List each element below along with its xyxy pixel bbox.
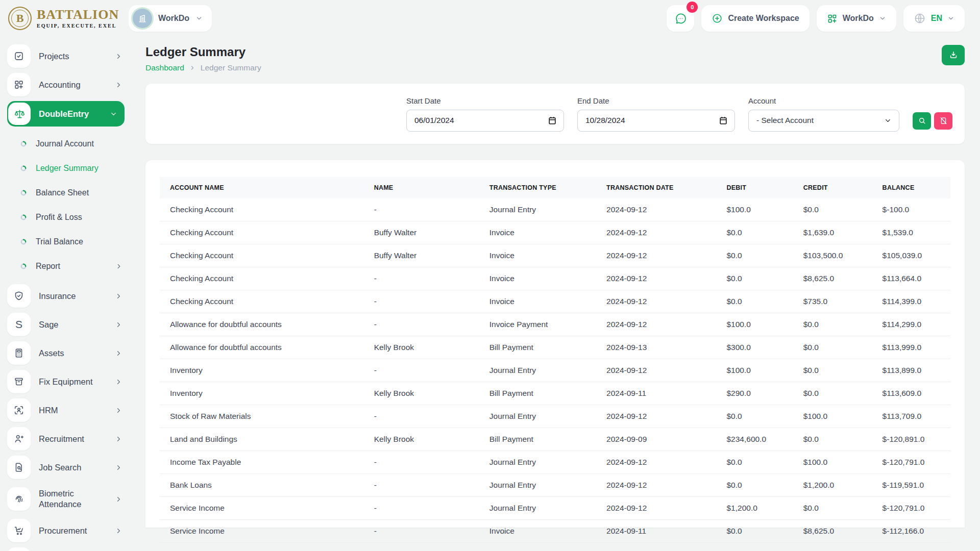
chevron-right-icon: [115, 53, 122, 60]
sidebar-item-biometric-attendance[interactable]: Biometric Attendance: [7, 484, 125, 514]
table-cell: $113,609.0: [872, 382, 950, 405]
end-date-group: End Date: [577, 96, 735, 132]
shield-check-icon: [7, 284, 31, 308]
table-cell: $0.0: [716, 221, 793, 244]
table-cell: $1,200.0: [793, 474, 872, 497]
workdo-menu-button[interactable]: WorkDo: [817, 5, 896, 32]
submenu-item-label: Balance Sheet: [36, 188, 125, 197]
person-scan-icon: [7, 398, 31, 422]
table-cell: $8,625.0: [793, 520, 872, 543]
table-cell: Inventory: [160, 359, 364, 382]
table-cell: Bill Payment: [479, 382, 596, 405]
download-button[interactable]: [942, 45, 965, 65]
bullet-ring-icon: [20, 165, 27, 171]
table-cell: Invoice: [479, 244, 596, 267]
submenu-item-trial-balance[interactable]: Trial Balance: [20, 232, 125, 252]
chevron-right-icon: [115, 495, 122, 503]
chevron-down-icon: [947, 15, 954, 22]
sidebar-item-job-search[interactable]: Job Search: [7, 455, 125, 480]
sidebar-item-assets[interactable]: Assets: [7, 341, 125, 365]
create-workspace-button[interactable]: Create Workspace: [701, 5, 809, 32]
sidebar-item-label: Sage: [39, 319, 115, 330]
language-label: EN: [931, 14, 942, 23]
ledger-table-card: ACCOUNT NAMENAMETRANSACTION TYPETRANSACT…: [145, 160, 965, 528]
column-header: TRANSACTION TYPE: [479, 177, 596, 198]
submenu-item-label: Profit & Loss: [36, 213, 125, 222]
table-cell: 2024-09-12: [596, 267, 716, 290]
chevron-right-icon: [115, 292, 122, 300]
sidebar-item-projects[interactable]: Projects: [7, 44, 125, 68]
table-cell: 2024-09-12: [596, 290, 716, 313]
table-cell: Invoice: [479, 221, 596, 244]
table-cell: $0.0: [716, 405, 793, 428]
cart-chart-icon: [7, 519, 31, 542]
table-row: Allowance for doubtful accounts-Invoice …: [160, 313, 950, 336]
table-cell: Bill Payment: [479, 336, 596, 359]
table-cell: Land and Buildings: [160, 428, 364, 451]
sidebar-item-doubleentry[interactable]: DoubleEntry: [7, 101, 125, 127]
table-cell: Checking Account: [160, 290, 364, 313]
end-date-input[interactable]: [577, 110, 735, 132]
table-cell: $100.0: [716, 198, 793, 221]
submenu-item-profit-loss[interactable]: Profit & Loss: [20, 207, 125, 228]
sidebar-item-label: Procurement: [39, 525, 115, 536]
calculator-icon: [7, 341, 31, 365]
table-cell: $100.0: [716, 313, 793, 336]
table-cell: 2024-09-12: [596, 405, 716, 428]
table-cell: Invoice: [479, 520, 596, 543]
person-plus-icon: [7, 427, 31, 450]
start-date-input[interactable]: [406, 110, 564, 132]
chevron-right-icon: [115, 321, 122, 329]
table-cell: Allowance for doubtful accounts: [160, 313, 364, 336]
table-cell: 2024-09-11: [596, 520, 716, 543]
table-cell: Journal Entry: [479, 359, 596, 382]
chevron-down-icon: [879, 15, 886, 22]
table-row: InventoryKelly BrookBill Payment2024-09-…: [160, 382, 950, 405]
sidebar-item-label: DoubleEntry: [39, 109, 110, 119]
table-cell: -: [364, 198, 479, 221]
table-cell: 2024-09-12: [596, 497, 716, 520]
submenu-item-report[interactable]: Report: [20, 256, 125, 277]
submenu-item-journal-account[interactable]: Journal Account: [20, 134, 125, 154]
table-cell: Journal Entry: [479, 497, 596, 520]
reset-filter-button[interactable]: [934, 112, 952, 130]
sidebar-item-fix-equipment[interactable]: Fix Equipment: [7, 369, 125, 394]
column-header: BALANCE: [872, 177, 950, 198]
submenu-item-balance-sheet[interactable]: Balance Sheet: [20, 183, 125, 203]
table-cell: $-119,591.0: [872, 474, 950, 497]
table-cell: -: [364, 359, 479, 382]
chevron-down-icon: [195, 15, 203, 22]
sidebar-item-hrm[interactable]: HRM: [7, 398, 125, 422]
table-cell: $234,600.0: [716, 428, 793, 451]
table-cell: Checking Account: [160, 221, 364, 244]
sidebar-item-pos[interactable]: POS: [7, 547, 125, 551]
table-cell: $290.0: [716, 382, 793, 405]
account-label: Account: [748, 96, 899, 105]
sidebar-item-insurance[interactable]: Insurance: [7, 284, 125, 308]
table-cell: $1,200.0: [716, 497, 793, 520]
submenu-item-ledger-summary[interactable]: Ledger Summary: [20, 158, 125, 179]
sidebar-item-sage[interactable]: S Sage: [7, 312, 125, 337]
page-title: Ledger Summary: [145, 45, 261, 59]
table-cell: Service Income: [160, 497, 364, 520]
table-cell: $0.0: [793, 382, 872, 405]
workspace-selector[interactable]: WorkDo: [129, 5, 212, 32]
chevron-right-icon: [115, 464, 122, 471]
sidebar-item-recruitment[interactable]: Recruitment: [7, 427, 125, 451]
breadcrumb-dashboard-link[interactable]: Dashboard: [145, 63, 184, 72]
chevron-down-icon: [110, 110, 117, 118]
bullet-ring-icon: [20, 190, 27, 196]
sidebar-item-procurement[interactable]: Procurement: [7, 518, 125, 543]
table-cell: Journal Entry: [479, 405, 596, 428]
sidebar-item-accounting[interactable]: Accounting: [7, 72, 125, 97]
brand-emblem-icon: B: [8, 7, 32, 30]
account-select[interactable]: - Select Account: [748, 110, 899, 132]
table-cell: $114,299.0: [872, 313, 950, 336]
table-row: Inventory-Journal Entry2024-09-12$100.0$…: [160, 359, 950, 382]
table-cell: $-120,791.0: [872, 497, 950, 520]
table-cell: 2024-09-12: [596, 221, 716, 244]
search-button[interactable]: [913, 112, 931, 130]
language-selector[interactable]: EN: [903, 5, 965, 32]
ledger-table: ACCOUNT NAMENAMETRANSACTION TYPETRANSACT…: [160, 177, 950, 543]
messages-button[interactable]: 0: [667, 5, 694, 32]
